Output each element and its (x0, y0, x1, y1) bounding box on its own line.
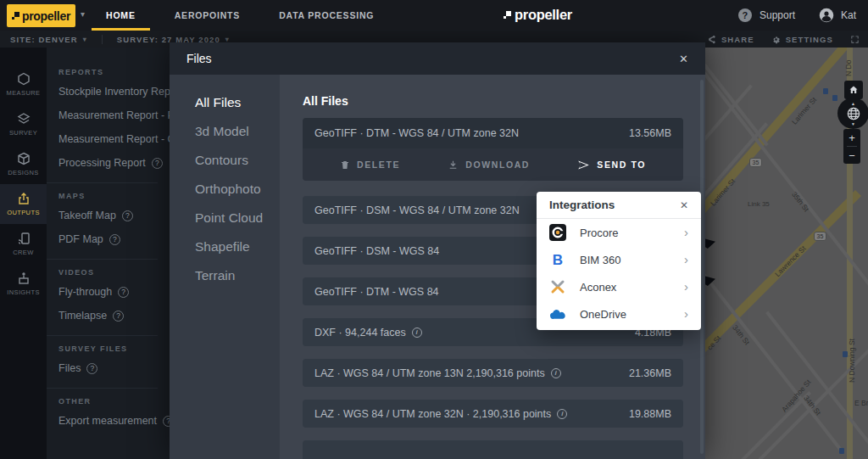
output-item[interactable]: Files (58, 356, 170, 380)
sidebar-item-crew[interactable]: CREW (0, 224, 47, 264)
send-to-button[interactable]: SEND TO (577, 159, 646, 171)
main-tabs: HOME AEROPOINTS DATA PROCESSING (92, 0, 388, 31)
tab-data-processing[interactable]: DATA PROCESSING (264, 0, 388, 31)
help-icon[interactable] (113, 311, 124, 322)
close-icon[interactable] (679, 53, 688, 65)
fullscreen-button[interactable] (850, 35, 860, 44)
outputs-panel: REPORTS Stockpile Inventory Report Measu… (47, 48, 170, 459)
file-type-nav-item[interactable]: All Files (195, 93, 267, 111)
output-item-label: Timelapse (58, 310, 107, 322)
panel-divider (47, 259, 158, 260)
output-item[interactable]: Timelapse (58, 304, 170, 327)
settings-label: SETTINGS (786, 35, 833, 44)
support-button[interactable]: Support (738, 0, 795, 31)
sidebar-item-designs[interactable]: DESIGNS (0, 144, 47, 184)
sidebar-item-measure[interactable]: MEASURE (0, 64, 47, 104)
output-item[interactable]: Fly-through (58, 280, 170, 304)
map-home-button[interactable] (844, 81, 863, 99)
user-name: Kat (841, 9, 856, 21)
file-type-nav-item[interactable]: 3d Model (195, 122, 267, 140)
file-type-nav-item[interactable]: Contours (195, 151, 267, 169)
chevron-right-icon (684, 282, 688, 292)
panel-divider (47, 335, 158, 336)
integration-procore[interactable]: Procore (537, 219, 701, 246)
info-icon[interactable] (412, 327, 422, 338)
file-title-row[interactable]: LAZ · WGS 84 / UTM zone 32N · 2,190,316 … (303, 400, 683, 428)
close-icon[interactable] (680, 199, 688, 211)
share-button[interactable]: SHARE (707, 35, 754, 44)
file-type-nav-item[interactable]: Terrain (195, 266, 267, 284)
output-item-label: Export measurement (58, 415, 157, 427)
sidebar-item-label: INSIGHTS (7, 288, 40, 296)
sidebar-item-insights[interactable]: INSIGHTS (0, 264, 47, 304)
user-menu[interactable]: Kat (819, 0, 856, 31)
site-selector[interactable]: SITE: DENVER (10, 35, 87, 44)
info-icon[interactable] (551, 368, 561, 378)
delete-label: DELETE (357, 160, 400, 170)
file-label: GeoTIFF · DSM - WGS 84 / UTM zone 32N (314, 204, 520, 216)
aconex-icon (549, 278, 566, 295)
file-row[interactable]: LAZ · WGS 84 / UTM zone 32N · 2,190,316 … (303, 400, 683, 428)
file-title-row[interactable]: LAZ · WGS 84 / UTM zone 13N 2,190,316 po… (303, 359, 683, 387)
download-button[interactable]: DOWNLOAD (448, 160, 530, 171)
compass-caret-icon: ▼ (851, 122, 855, 126)
map-canvas[interactable]: N Do Larimer St Larimer St Link 35 35th … (705, 48, 868, 459)
zoom-in-button[interactable] (843, 129, 860, 146)
file-label: LAZ · WGS 84 / UTM zone 13N 2,190,316 po… (314, 367, 545, 379)
tab-home[interactable]: HOME (92, 0, 150, 31)
integration-bim360[interactable]: B BIM 360 (537, 246, 701, 273)
file-type-nav-item[interactable]: Orthophoto (195, 180, 267, 198)
file-size: 13.56MB (629, 127, 671, 139)
file-row[interactable]: GeoTIFF · DTM - WGS 84 / UTM zone 32N 13… (303, 118, 683, 181)
output-item-label: Fly-through (58, 286, 112, 298)
sidebar-item-survey[interactable]: SURVEY (0, 104, 47, 144)
file-type-nav-item[interactable]: Point Cloud (195, 209, 267, 227)
toolbar-divider (102, 35, 103, 44)
integrations-title: Integrations (549, 199, 615, 211)
file-type-nav-item[interactable]: Shapefile (195, 238, 267, 255)
output-item[interactable]: Processing Report (58, 151, 170, 175)
panel-divider (47, 388, 158, 389)
integration-label: OneDrive (580, 308, 626, 321)
hexagon-icon (17, 72, 31, 86)
output-item[interactable]: Takeoff Map (58, 204, 170, 227)
cast-icon (17, 232, 31, 245)
avatar (819, 8, 834, 23)
propeller-logo-button[interactable]: propeller (7, 4, 75, 27)
help-icon[interactable] (152, 158, 163, 169)
sidebar-item-outputs[interactable]: OUTPUTS (0, 184, 47, 224)
file-size: 19.88MB (629, 408, 671, 420)
output-item[interactable]: PDF Map (58, 227, 170, 251)
help-icon[interactable] (109, 234, 120, 245)
output-item[interactable]: Stockpile Inventory Report (58, 80, 170, 104)
file-label: LAZ · WGS 84 / UTM zone 32N · 2,190,316 … (314, 408, 551, 420)
cube-icon (17, 152, 31, 165)
help-icon[interactable] (118, 287, 129, 298)
files-modal-header: Files (170, 42, 705, 75)
output-item[interactable]: Measurement Report - PDF (58, 104, 170, 127)
map-compass-button[interactable]: ▲ ▼ (837, 98, 868, 129)
integration-onedrive[interactable]: OneDrive (537, 300, 701, 327)
settings-button[interactable]: SETTINGS (771, 35, 833, 44)
tab-aeropoints[interactable]: AEROPOINTS (160, 0, 254, 31)
output-item[interactable]: Export measurement (from (58, 409, 170, 433)
integration-label: Aconex (580, 281, 616, 294)
help-icon[interactable] (163, 416, 170, 427)
workspace-caret-icon[interactable] (81, 9, 85, 19)
home-icon (849, 85, 859, 95)
zoom-out-button[interactable] (843, 147, 860, 164)
integration-aconex[interactable]: Aconex (537, 273, 701, 300)
app-window: propeller HOME AEROPOINTS DATA PROCESSIN… (0, 0, 868, 459)
output-item-label: Measurement Report - PDF (58, 109, 170, 121)
delete-button[interactable]: DELETE (340, 160, 400, 171)
output-item-label: Measurement Report - CSV (58, 133, 170, 145)
file-row[interactable]: LAZ · WGS 84 / UTM zone 13N 2,190,316 po… (303, 359, 683, 387)
info-icon[interactable] (557, 409, 567, 419)
file-title-row[interactable]: GeoTIFF · DTM - WGS 84 / UTM zone 32N 13… (303, 118, 683, 148)
output-item[interactable]: Measurement Report - CSV (58, 127, 170, 151)
file-row-partial[interactable] (303, 440, 683, 459)
chevron-right-icon (684, 255, 688, 265)
other-list: Export measurement (from (58, 409, 170, 433)
help-icon[interactable] (86, 363, 97, 374)
help-icon[interactable] (122, 210, 133, 221)
